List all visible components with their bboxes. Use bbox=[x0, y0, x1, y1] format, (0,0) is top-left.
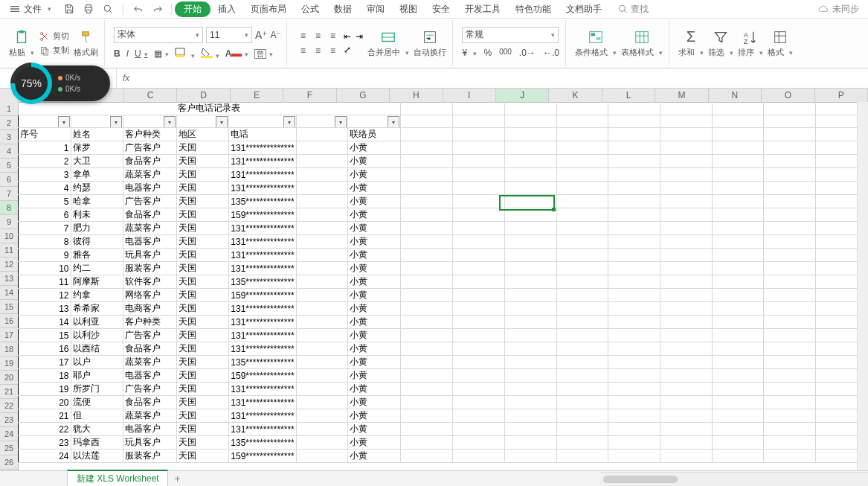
cell[interactable] bbox=[608, 128, 660, 141]
cell[interactable] bbox=[401, 115, 453, 128]
table-cell[interactable]: 电器客户 bbox=[123, 182, 176, 195]
table-cell[interactable]: 小黄 bbox=[348, 383, 401, 396]
table-cell[interactable] bbox=[296, 182, 348, 195]
cell[interactable] bbox=[764, 369, 816, 383]
column-header[interactable]: P bbox=[815, 89, 868, 102]
increase-font-icon[interactable]: A⁺ bbox=[255, 29, 267, 41]
column-header[interactable]: C bbox=[124, 89, 177, 102]
table-cell[interactable]: 小黄 bbox=[348, 235, 401, 249]
table-cell[interactable]: 159************** bbox=[229, 369, 296, 383]
cell[interactable] bbox=[660, 329, 713, 342]
menu-item-8[interactable]: 开发工具 bbox=[457, 1, 508, 17]
font-name-combo[interactable]: 宋体▾ bbox=[114, 27, 203, 43]
menu-item-5[interactable]: 审阅 bbox=[359, 1, 392, 17]
cell[interactable] bbox=[764, 195, 816, 208]
table-cell[interactable]: 犹大 bbox=[71, 423, 123, 436]
cell[interactable] bbox=[401, 396, 453, 409]
table-cell[interactable]: 天国 bbox=[176, 450, 229, 463]
table-cell[interactable]: 13 bbox=[19, 302, 71, 316]
table-cell[interactable] bbox=[296, 356, 348, 369]
table-cell[interactable]: 小黄 bbox=[348, 155, 401, 168]
align-middle-icon[interactable]: ≡ bbox=[311, 29, 324, 42]
table-cell[interactable]: 20 bbox=[19, 396, 71, 409]
row-header[interactable]: 22 bbox=[0, 399, 18, 413]
table-cell[interactable]: 131************** bbox=[229, 302, 296, 316]
cell[interactable] bbox=[504, 436, 556, 450]
cell[interactable] bbox=[608, 208, 660, 222]
table-cell[interactable]: 食品客户 bbox=[123, 342, 176, 356]
cell[interactable] bbox=[504, 423, 556, 436]
cell[interactable] bbox=[764, 168, 816, 182]
cell[interactable] bbox=[660, 168, 713, 182]
cell[interactable] bbox=[401, 423, 453, 436]
cell[interactable] bbox=[660, 155, 713, 168]
cell[interactable] bbox=[556, 436, 608, 450]
horizontal-scrollbar[interactable] bbox=[600, 472, 868, 486]
decrease-decimal-icon[interactable]: ←.0 bbox=[543, 48, 559, 60]
filter-dropdown-icon[interactable]: ▾ bbox=[164, 116, 176, 128]
row-header[interactable]: 26 bbox=[0, 455, 18, 470]
cell[interactable] bbox=[608, 102, 660, 115]
table-cell[interactable]: 21 bbox=[19, 409, 71, 423]
cell[interactable] bbox=[453, 102, 505, 115]
cell[interactable] bbox=[401, 168, 453, 182]
table-cell[interactable]: 10 bbox=[19, 262, 71, 275]
table-cell[interactable]: 18 bbox=[19, 369, 71, 383]
table-cell[interactable]: 蔬菜客户 bbox=[123, 222, 176, 235]
table-cell[interactable]: 131************** bbox=[229, 155, 296, 168]
table-cell[interactable] bbox=[296, 289, 348, 302]
cell[interactable]: ▾ bbox=[176, 115, 229, 128]
fill-color-button[interactable]: ▾ bbox=[201, 48, 219, 60]
cell[interactable] bbox=[712, 383, 764, 396]
cell[interactable] bbox=[556, 409, 608, 423]
table-cell[interactable]: 小黄 bbox=[348, 208, 401, 222]
cell[interactable] bbox=[401, 155, 453, 168]
wrap-text-button[interactable]: 自动换行 bbox=[414, 29, 446, 58]
cell[interactable] bbox=[608, 450, 660, 463]
table-cell[interactable]: 天国 bbox=[176, 222, 229, 235]
cell[interactable] bbox=[453, 222, 505, 235]
cell[interactable] bbox=[556, 141, 608, 155]
table-cell[interactable]: 玛拿西 bbox=[71, 436, 123, 450]
table-cell[interactable]: 小黄 bbox=[348, 249, 401, 262]
cell[interactable] bbox=[504, 383, 556, 396]
cell[interactable] bbox=[504, 289, 556, 302]
table-cell[interactable]: 131************** bbox=[229, 235, 296, 249]
cell[interactable] bbox=[660, 369, 713, 383]
table-cell[interactable]: 11 bbox=[19, 275, 71, 289]
paste-button[interactable]: 粘贴 ▾ bbox=[9, 29, 34, 58]
merge-center-button[interactable]: 合并居中 ▾ bbox=[367, 29, 409, 58]
align-top-icon[interactable]: ≡ bbox=[296, 29, 309, 42]
cell[interactable] bbox=[453, 450, 505, 463]
underline-button[interactable]: U▾ bbox=[135, 48, 148, 59]
cell[interactable] bbox=[453, 168, 505, 182]
cell[interactable] bbox=[764, 383, 816, 396]
column-header[interactable]: E bbox=[231, 89, 283, 102]
table-cell[interactable] bbox=[296, 329, 348, 342]
cell[interactable] bbox=[712, 208, 764, 222]
column-header[interactable]: J bbox=[496, 89, 549, 102]
cell[interactable] bbox=[764, 182, 816, 195]
cell[interactable] bbox=[504, 356, 556, 369]
table-cell[interactable]: 159************** bbox=[229, 208, 296, 222]
table-cell[interactable]: 15 bbox=[19, 329, 71, 342]
table-cell[interactable] bbox=[296, 262, 348, 275]
cell[interactable] bbox=[504, 195, 556, 208]
cell[interactable] bbox=[556, 316, 608, 329]
cell[interactable]: ▾ bbox=[19, 115, 71, 128]
cell[interactable] bbox=[608, 302, 660, 316]
table-cell[interactable]: 6 bbox=[19, 208, 71, 222]
cell[interactable] bbox=[556, 289, 608, 302]
cell[interactable] bbox=[504, 115, 556, 128]
table-cell[interactable]: 小黄 bbox=[348, 262, 401, 275]
table-cell[interactable]: 5 bbox=[19, 195, 71, 208]
italic-button[interactable]: I bbox=[126, 48, 129, 59]
cell[interactable] bbox=[453, 302, 505, 316]
filter-dropdown-icon[interactable]: ▾ bbox=[216, 116, 228, 128]
table-cell[interactable]: 拿单 bbox=[71, 168, 123, 182]
table-cell[interactable]: 天国 bbox=[176, 302, 229, 316]
sum-button[interactable]: Σ 求和 ▾ bbox=[678, 28, 704, 58]
table-cell[interactable]: 天国 bbox=[176, 235, 229, 249]
cell[interactable] bbox=[608, 383, 660, 396]
table-cell[interactable]: 131************** bbox=[229, 396, 296, 409]
